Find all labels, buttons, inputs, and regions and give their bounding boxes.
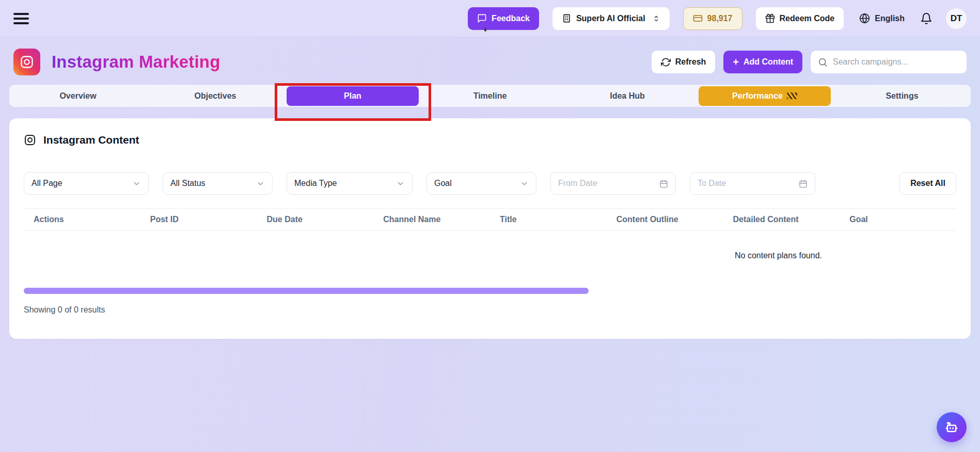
page-title: Instagram Marketing [52,52,220,72]
chevrons-up-down-icon [652,14,660,23]
add-content-label: Add Content [744,57,793,67]
ai-assistant-fab[interactable] [937,412,967,442]
add-content-button[interactable]: + Add Content [723,51,802,73]
reset-all-button[interactable]: Reset All [899,172,956,195]
calendar-icon [799,179,808,188]
status-filter-select[interactable]: All Status [163,172,273,195]
feedback-button[interactable]: Feedback [468,7,539,30]
tab-objectives[interactable]: Objectives [147,85,284,107]
tab-performance-pill[interactable]: Performance [699,86,830,106]
hatch-badge-icon [787,92,797,99]
from-date-input[interactable]: From Date [550,172,676,195]
speech-bubble-icon [477,13,487,23]
refresh-button[interactable]: Refresh [652,51,716,73]
section-title-label: Instagram Content [43,134,139,146]
gift-icon [765,13,775,23]
filter-bar: All Page All Status Media Type Goal From… [24,172,956,195]
robot-icon [944,419,959,435]
instagram-glyph-icon [20,55,34,69]
tab-performance[interactable]: Performance [696,85,833,107]
chevron-down-icon [132,179,141,188]
feedback-label: Feedback [492,14,530,23]
campaign-tabs: Overview Objectives Plan Timeline Idea H… [9,85,971,107]
column-header-detailed-content: Detailed Content [723,215,840,224]
media-type-filter-select[interactable]: Media Type [287,172,413,195]
workspace-selector[interactable]: Superb AI Official [552,7,670,30]
instagram-content-card: Instagram Content All Page All Status Me… [9,118,971,339]
tab-timeline[interactable]: Timeline [421,85,559,107]
chevron-down-icon [396,179,405,188]
tab-plan[interactable]: Plan [284,85,421,107]
plus-icon: + [733,57,739,67]
cursor-artifact [484,28,486,32]
credits-badge[interactable]: 98,917 [683,7,742,30]
results-summary: Showing 0 of 0 results [24,305,956,339]
credit-card-icon [693,13,703,23]
column-header-channel-name: Channel Name [373,215,490,224]
column-header-content-outline: Content Outline [607,215,723,224]
page-filter-select[interactable]: All Page [24,172,149,195]
globe-icon [859,13,870,24]
column-header-goal: Goal [840,215,956,224]
instagram-outline-icon [24,134,36,146]
redeem-code-label: Redeem Code [780,14,835,23]
redeem-code-button[interactable]: Redeem Code [756,7,844,30]
building-icon [562,13,572,23]
language-label: English [875,14,905,23]
page-header: Instagram Marketing Refresh + Add Conten… [0,37,980,85]
tab-idea-hub[interactable]: Idea Hub [559,85,696,107]
column-header-post-id: Post ID [140,215,257,224]
top-bar: Feedback Superb AI Official 98,917 Redee… [0,0,980,37]
to-date-input[interactable]: To Date [690,172,815,195]
language-selector[interactable]: English [857,7,907,30]
table-empty-state: No content plans found. [24,231,956,280]
column-header-title: Title [490,215,607,224]
notification-bell-icon[interactable] [920,12,932,25]
calendar-icon [659,179,668,188]
chevron-down-icon [520,179,529,188]
tab-overview[interactable]: Overview [9,85,147,107]
refresh-label: Refresh [675,57,706,67]
campaign-search[interactable] [811,51,967,73]
workspace-name: Superb AI Official [576,14,645,23]
hamburger-menu-icon[interactable] [13,13,29,24]
instagram-app-icon [13,49,40,75]
scrollbar-thumb[interactable] [24,288,589,294]
empty-message: No content plans found. [735,251,822,260]
chevron-down-icon [256,179,265,188]
credits-value: 98,917 [707,14,733,23]
search-input[interactable] [833,57,959,67]
avatar-initials: DT [951,13,962,24]
user-avatar[interactable]: DT [946,8,967,29]
refresh-icon [661,57,671,67]
tab-plan-active-pill[interactable]: Plan [287,86,418,106]
tab-settings[interactable]: Settings [833,85,971,107]
horizontal-scrollbar [24,288,956,294]
goal-filter-select[interactable]: Goal [426,172,536,195]
search-icon [818,57,828,67]
column-header-due-date: Due Date [257,215,374,224]
section-title: Instagram Content [24,134,956,146]
column-header-actions: Actions [24,215,140,224]
table-header-row: Actions Post ID Due Date Channel Name Ti… [24,208,956,231]
